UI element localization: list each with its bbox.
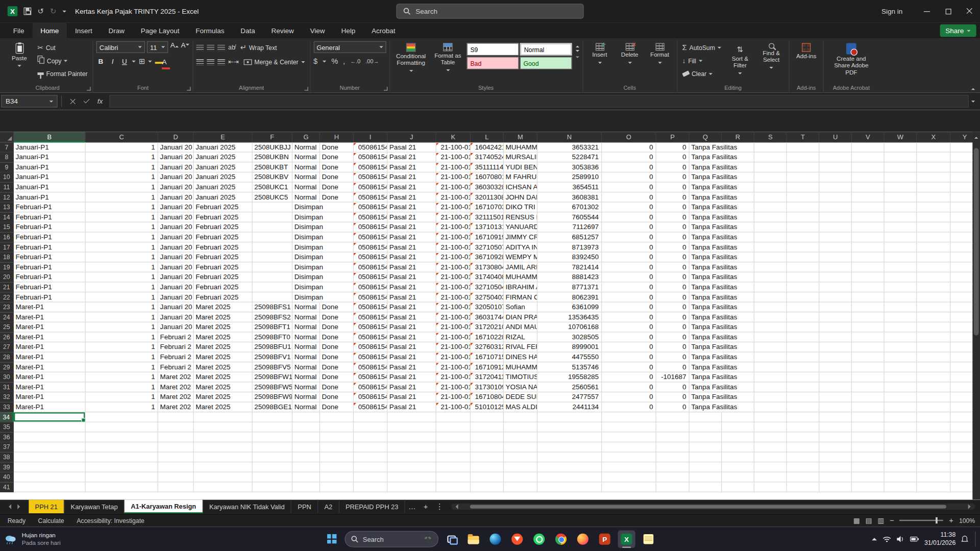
cell-M21[interactable]: IBRAHIM A (504, 282, 537, 292)
cell-E41[interactable] (194, 482, 253, 492)
cell-Q37[interactable] (690, 442, 722, 453)
sheet-nav-right-icon[interactable] (17, 504, 22, 509)
cell-I14[interactable]: 050861549 (354, 212, 387, 222)
cell-C12[interactable]: 1 (86, 192, 158, 203)
maximize-button[interactable] (938, 0, 959, 22)
cell-Q11[interactable]: Tanpa Fasilitas (690, 183, 722, 193)
cell-P14[interactable]: 0 (656, 212, 690, 222)
cell-H21[interactable] (320, 282, 354, 292)
cell-U15[interactable] (819, 222, 852, 233)
cell-W20[interactable] (885, 272, 917, 283)
name-box[interactable]: B34 (1, 95, 57, 107)
cell-N30[interactable]: 19558285 (537, 372, 602, 383)
cell-K24[interactable]: 21-100-01 (436, 312, 471, 322)
taskbar-search-box[interactable]: Search (345, 531, 438, 547)
cell-B19[interactable]: Februari-P1 (14, 262, 86, 272)
cell-E36[interactable] (194, 432, 253, 442)
cell-E9[interactable]: Januari 2025 (194, 162, 253, 172)
cell-E33[interactable]: Maret 2025 (194, 403, 253, 413)
cell-B31[interactable]: Maret-P1 (14, 382, 86, 392)
cell-U32[interactable] (819, 392, 852, 403)
cell-P35[interactable] (656, 422, 690, 433)
cell-G20[interactable]: Disimpan (292, 272, 320, 283)
gallery-down-icon[interactable] (575, 50, 579, 54)
row-header-38[interactable]: 38 (0, 453, 14, 463)
cell-B24[interactable]: Maret-P1 (14, 312, 86, 322)
cell-F35[interactable] (253, 422, 292, 433)
cell-K7[interactable]: 21-100-01 (436, 142, 471, 153)
cell-P19[interactable]: 0 (656, 262, 690, 272)
column-header-O[interactable]: O (602, 132, 656, 142)
sheet-tab-karyawan-nik-tidak-valid[interactable]: Karyawan NIK Tidak Valid (203, 500, 291, 514)
gallery-more-icon[interactable] (575, 56, 579, 60)
cell-B12[interactable]: Januari-P1 (14, 192, 86, 203)
cell-K8[interactable]: 21-100-01 (436, 153, 471, 163)
cell-D18[interactable]: Januari 20 (158, 253, 194, 263)
cell-V29[interactable] (852, 362, 885, 372)
cell-P30[interactable]: -101687 (656, 372, 690, 383)
cell-D38[interactable] (158, 453, 194, 463)
column-header-N[interactable]: N (537, 132, 602, 142)
cell-J22[interactable]: Pasal 21 (387, 292, 436, 303)
cell-S34[interactable] (754, 412, 787, 422)
cell-M31[interactable]: YOSIA NA (504, 382, 537, 392)
cell-X20[interactable] (917, 272, 950, 283)
cell-C10[interactable]: 1 (86, 172, 158, 183)
cell-V17[interactable] (852, 242, 885, 253)
whatsapp-taskbar-button[interactable] (530, 530, 548, 547)
cell-R41[interactable] (722, 482, 754, 492)
ribbon-tab-page-layout[interactable]: Page Layout (133, 22, 187, 39)
cell-V10[interactable] (852, 172, 885, 183)
cell-D26[interactable]: Februari 2 (158, 332, 194, 342)
cell-M28[interactable]: DINES HA (504, 353, 537, 363)
cell-P10[interactable]: 0 (656, 172, 690, 183)
cell-M8[interactable]: MURSALIN (504, 153, 537, 163)
cell-V9[interactable] (852, 162, 885, 172)
cell-M14[interactable]: RENSUS K (504, 212, 537, 222)
row-header-7[interactable]: 7 (0, 142, 14, 153)
cell-W23[interactable] (885, 303, 917, 313)
orientation-button[interactable]: ab̸ (228, 44, 235, 51)
cell-R39[interactable] (722, 462, 754, 472)
cell-F9[interactable]: 2508UKBT (253, 162, 292, 172)
row-header-22[interactable]: 22 (0, 292, 14, 303)
cell-E38[interactable] (194, 453, 253, 463)
cell-S14[interactable] (754, 212, 787, 222)
cell-N37[interactable] (537, 442, 602, 453)
cell-G38[interactable] (292, 453, 320, 463)
row-header-9[interactable]: 9 (0, 162, 14, 172)
paste-button[interactable]: Paste (6, 41, 33, 69)
cell-T16[interactable] (787, 233, 820, 243)
cell-E37[interactable] (194, 442, 253, 453)
cell-N34[interactable] (537, 412, 602, 422)
sheet-tab-ppn[interactable]: PPN (291, 500, 318, 514)
cell-D21[interactable]: Januari 20 (158, 282, 194, 292)
cell-T19[interactable] (787, 262, 820, 272)
cell-M24[interactable]: DIAN PRA (504, 312, 537, 322)
cell-Q9[interactable]: Tanpa Fasilitas (690, 162, 722, 172)
cell-C11[interactable]: 1 (86, 183, 158, 193)
cell-P25[interactable]: 0 (656, 322, 690, 333)
cell-B29[interactable]: Maret-P1 (14, 362, 86, 372)
cell-M15[interactable]: YANUARD (504, 222, 537, 233)
cell-F10[interactable]: 2508UKBV (253, 172, 292, 183)
cell-B34[interactable] (14, 412, 86, 422)
decrease-decimal-button[interactable]: .00→ (365, 58, 379, 64)
cell-P23[interactable]: 0 (656, 303, 690, 313)
cell-B38[interactable] (14, 453, 86, 463)
cell-R40[interactable] (722, 472, 754, 483)
cell-O21[interactable]: 0 (602, 282, 656, 292)
cell-X23[interactable] (917, 303, 950, 313)
cell-B27[interactable]: Maret-P1 (14, 342, 86, 353)
cell-O23[interactable]: 0 (602, 303, 656, 313)
cell-H19[interactable] (320, 262, 354, 272)
cell-J30[interactable]: Pasal 21 (387, 372, 436, 383)
cell-Q36[interactable] (690, 432, 722, 442)
cell-T38[interactable] (787, 453, 820, 463)
cell-R34[interactable] (722, 412, 754, 422)
cell-V34[interactable] (852, 412, 885, 422)
cell-M11[interactable]: ICHSAN A (504, 183, 537, 193)
cell-P37[interactable] (656, 442, 690, 453)
cell-B7[interactable]: Januari-P1 (14, 142, 86, 153)
cell-V21[interactable] (852, 282, 885, 292)
